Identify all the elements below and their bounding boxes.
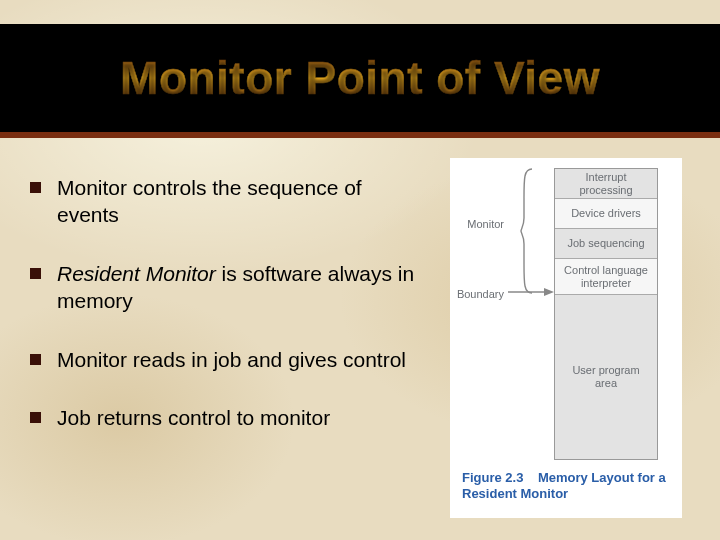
list-item: Monitor reads in job and gives control <box>30 347 425 374</box>
figure: Monitor Boundary Interrupt processing De… <box>450 158 682 518</box>
box-cli: Control language interpreter <box>555 259 657 295</box>
bullet-text: Monitor controls the sequence of events <box>57 175 425 229</box>
label-monitor: Monitor <box>450 218 504 230</box>
list-item: Resident Monitor is software always in m… <box>30 261 425 315</box>
bullet-text: Monitor reads in job and gives control <box>57 347 406 374</box>
slide-title: Monitor Point of View <box>120 51 600 105</box>
arrow-boundary-icon <box>508 286 554 298</box>
bullet-icon <box>30 354 41 365</box>
figure-caption: Figure 2.3 Memory Layout for a Resident … <box>462 470 682 503</box>
box-jobseq: Job sequencing <box>555 229 657 259</box>
bullet-text: Job returns control to monitor <box>57 405 330 432</box>
bullet-icon <box>30 182 41 193</box>
bullet-list: Monitor controls the sequence of events … <box>30 175 425 464</box>
box-interrupt: Interrupt processing <box>555 169 657 199</box>
caption-figure-number: Figure 2.3 <box>462 470 523 485</box>
list-item: Monitor controls the sequence of events <box>30 175 425 229</box>
label-boundary: Boundary <box>450 288 504 300</box>
title-band: Monitor Point of View <box>0 24 720 132</box>
memory-rect: Interrupt processing Device drivers Job … <box>554 168 658 460</box>
title-wrap: Monitor Point of View <box>120 51 600 105</box>
bullet-icon <box>30 268 41 279</box>
box-device: Device drivers <box>555 199 657 229</box>
bullet-text: Resident Monitor is software always in m… <box>57 261 425 315</box>
list-item: Job returns control to monitor <box>30 405 425 432</box>
bullet-icon <box>30 412 41 423</box>
brace-monitor-icon <box>520 168 534 294</box>
svg-marker-1 <box>544 288 554 296</box>
box-user: User program area <box>555 295 657 459</box>
